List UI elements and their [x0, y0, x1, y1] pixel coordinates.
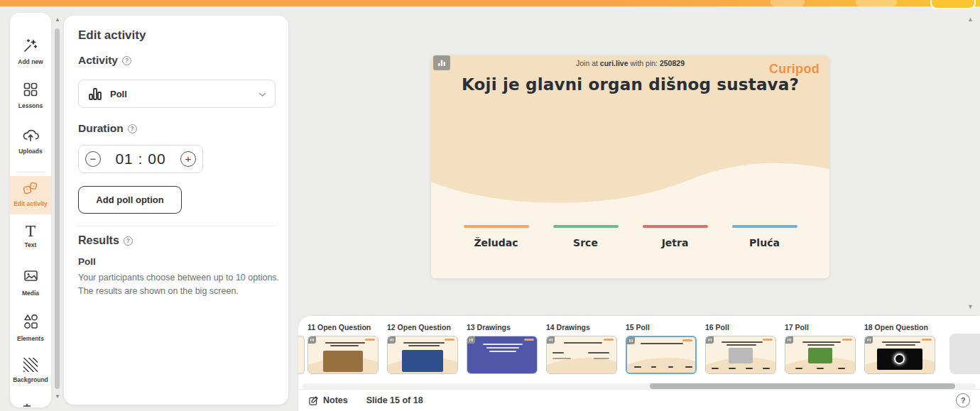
topbar-primary-button[interactable]: [930, 0, 976, 9]
sidebar-item-add-new[interactable]: Add new: [10, 37, 51, 65]
thumbnail-slide-14[interactable]: [546, 336, 617, 374]
panel-divider: [78, 226, 276, 226]
thumb-option-dash: [795, 368, 802, 369]
poll-option[interactable]: Jetra: [643, 225, 708, 248]
poll-option[interactable]: Pluća: [732, 225, 797, 248]
duration-decrease-button[interactable]: −: [85, 151, 101, 167]
duration-increase-button[interactable]: +: [180, 151, 196, 167]
duration-stepper: − 01 : 00 +: [78, 145, 203, 173]
eclipse-ring: [894, 354, 905, 364]
help-button[interactable]: ?: [956, 393, 970, 407]
thumbnail-slide-15-selected[interactable]: [626, 336, 697, 374]
sidebar-item-uploads[interactable]: Uploads: [10, 126, 51, 155]
activity-label: Activity: [78, 54, 118, 66]
sidebar-divider: [16, 172, 45, 172]
thumb-text-line: [552, 352, 564, 354]
dice-icon: [22, 180, 39, 199]
thumb-option-dash: [651, 366, 656, 368]
thumbnail-placeholder: [949, 334, 980, 374]
duration-value: 01 : 00: [115, 150, 165, 168]
chevron-down-icon: [258, 87, 266, 100]
thumbnail-slide-18[interactable]: [864, 336, 935, 374]
thumbnail-label: 12 Open Question: [387, 323, 451, 331]
notes-button[interactable]: Notes: [308, 395, 348, 406]
thumb-text-line: [726, 344, 756, 346]
option-color-bar: [464, 225, 529, 228]
thumb-logo: [445, 339, 454, 341]
edit-activity-panel: Edit activity Activity? Poll Duration?: [64, 16, 288, 405]
thumb-wave: [626, 358, 697, 373]
thumb-logo: [682, 339, 692, 341]
thumbnail-slide-11[interactable]: [307, 336, 379, 374]
thumbnail-label: 13 Drawings: [467, 323, 511, 331]
thumb-option-dash: [668, 366, 673, 368]
option-label: Pluća: [732, 237, 797, 248]
sidebar-item-media[interactable]: Media: [10, 267, 51, 297]
sidebar-item-lessons[interactable]: Lessons: [10, 81, 51, 109]
join-site: curi.live: [600, 59, 628, 67]
thumbnail-label: 15 Poll: [626, 323, 650, 331]
thumbnail-image: [877, 349, 922, 370]
activity-help-icon[interactable]: ?: [122, 56, 131, 65]
poll-option[interactable]: Srce: [553, 225, 619, 248]
thumbnail-slide-13[interactable]: [467, 336, 538, 374]
thumb-text-line: [594, 358, 609, 359]
scroll-up-arrow[interactable]: ▲: [55, 17, 60, 23]
sidebar-item-translate[interactable]: A: [10, 402, 51, 407]
thumb-option-dash: [729, 368, 736, 369]
thumbnail-label: 11 Open Question: [307, 323, 371, 331]
thumbnail-slide-17[interactable]: [785, 336, 856, 374]
join-pin: 250829: [660, 59, 685, 67]
activity-type-dropdown[interactable]: Poll: [78, 80, 276, 108]
sidebar-item-edit-activity[interactable]: Edit activity: [10, 176, 51, 214]
sidebar-item-text[interactable]: T Text: [10, 223, 51, 248]
duration-help-icon[interactable]: ?: [128, 124, 137, 133]
poll-bars-icon: [87, 86, 103, 102]
thumbnail-label: 14 Drawings: [546, 323, 590, 331]
sidebar-item-label: Media: [10, 290, 51, 297]
thumb-logo: [842, 339, 852, 341]
sidebar-item-label: Lessons: [10, 102, 51, 109]
option-color-bar: [553, 225, 619, 228]
thumb-logo: [365, 339, 375, 341]
sidebar-item-label: Background: [10, 376, 51, 383]
results-label: Results: [78, 234, 119, 246]
sidebar-item-background[interactable]: Background: [10, 358, 51, 383]
thumb-text-line: [886, 344, 915, 346]
thumb-logo: [604, 339, 614, 341]
results-help-icon[interactable]: ?: [124, 236, 133, 246]
thumb-badge-icon: [706, 336, 714, 344]
thumb-text-line: [325, 342, 366, 344]
thumb-text-line: [564, 342, 603, 344]
topbar-button[interactable]: [856, 0, 897, 6]
thumb-option-dash: [838, 368, 845, 369]
thumb-text-line: [882, 341, 921, 343]
slide-preview-canvas[interactable]: Join at curi.live with pin: 250829 Curip…: [431, 55, 829, 278]
sidebar-item-elements[interactable]: Elements: [10, 312, 51, 342]
sidebar-item-label: Add new: [10, 58, 51, 65]
thumb-option-dash: [746, 368, 753, 369]
thumbnail-partial[interactable]: [298, 336, 305, 374]
shapes-icon: [21, 312, 40, 334]
scroll-down-arrow[interactable]: ▼: [55, 394, 60, 400]
cloud-upload-icon: [21, 126, 40, 146]
main-scroll-down-arrow[interactable]: ▼: [967, 303, 974, 310]
poll-option[interactable]: Želudac: [464, 225, 529, 248]
thumbnail-slide-16[interactable]: [705, 336, 776, 374]
topbar-button[interactable]: [771, 0, 805, 6]
thumbnail-label: 16 Poll: [705, 323, 729, 331]
sidebar-scrollbar-thumb[interactable]: [55, 28, 60, 389]
add-poll-option-button[interactable]: Add poll option: [78, 186, 182, 214]
results-description: Your participants choose between up to 1…: [78, 271, 281, 298]
filmstrip-scrollbar-thumb[interactable]: [650, 383, 955, 389]
main-scroll-up-arrow[interactable]: ▲: [967, 16, 974, 23]
duration-label: Duration: [78, 122, 124, 134]
sidebar-item-label: Edit activity: [10, 200, 51, 207]
thumb-text-line: [722, 341, 763, 343]
thumbnail-slide-12[interactable]: [387, 336, 458, 374]
magic-wand-icon: [22, 37, 39, 57]
panel-title: Edit activity: [78, 28, 146, 43]
thumbnail-image: [323, 351, 363, 372]
thumb-text-line: [641, 343, 683, 344]
thumb-text-line: [483, 344, 523, 345]
